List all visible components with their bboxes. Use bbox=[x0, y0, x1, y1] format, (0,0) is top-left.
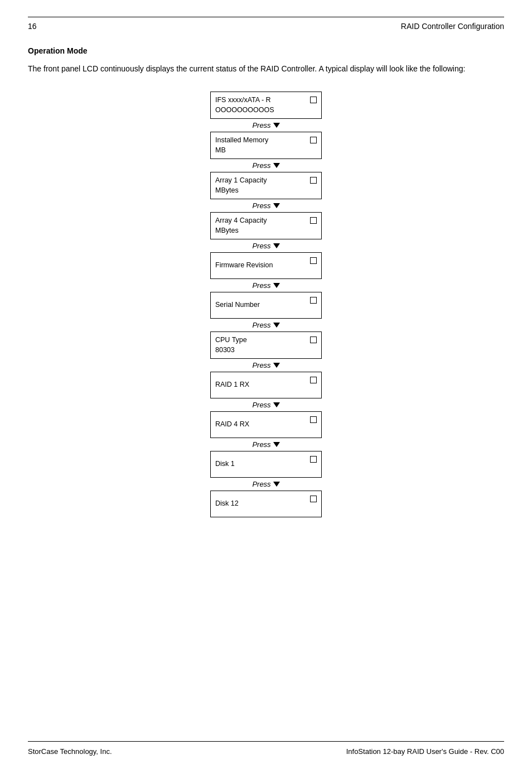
lcd-checkbox-disk1 bbox=[310, 456, 317, 463]
lcd-text-disk12: Disk 12 bbox=[215, 499, 307, 509]
press-row-8: Press bbox=[252, 401, 279, 409]
lcd-checkbox-firmware bbox=[310, 257, 317, 264]
lcd-text-cpu: CPU Type80303 bbox=[215, 335, 307, 355]
press-row-9: Press bbox=[252, 440, 279, 449]
press-label-4: Press bbox=[252, 242, 270, 250]
down-arrow-4 bbox=[273, 243, 280, 248]
lcd-box-disk12: Disk 12 bbox=[210, 491, 322, 517]
press-label-10: Press bbox=[252, 480, 270, 488]
down-arrow-2 bbox=[273, 163, 280, 168]
lcd-box-disk1: Disk 1 bbox=[210, 451, 322, 478]
lcd-text-raid4: RAID 4 RX bbox=[215, 420, 307, 430]
lcd-box-array4: Array 4 CapacityMBytes bbox=[210, 212, 322, 239]
press-row-4: Press bbox=[252, 242, 279, 250]
lcd-box-cpu: CPU Type80303 bbox=[210, 331, 322, 359]
lcd-checkbox-disk12 bbox=[310, 496, 317, 502]
down-arrow-8 bbox=[273, 402, 280, 407]
footer-right: InfoStation 12-bay RAID User's Guide - R… bbox=[346, 747, 504, 756]
lcd-text-serial: Serial Number bbox=[215, 300, 307, 310]
lcd-text-disk1: Disk 1 bbox=[215, 459, 307, 469]
lcd-text-firmware: Firmware Revision bbox=[215, 261, 307, 271]
press-label-1: Press bbox=[252, 121, 270, 129]
press-row-6: Press bbox=[252, 321, 279, 329]
top-rule bbox=[28, 17, 504, 17]
down-arrow-9 bbox=[273, 442, 280, 447]
diagram-container: IFS xxxx/xATA - ROOOOOOOOOOS Press Insta… bbox=[28, 92, 504, 517]
lcd-checkbox-raid1 bbox=[310, 377, 317, 383]
down-arrow-6 bbox=[273, 323, 280, 328]
lcd-text-raid1: RAID 1 RX bbox=[215, 380, 307, 390]
lcd-box-array1: Array 1 CapacityMBytes bbox=[210, 172, 322, 199]
lcd-text-ifs: IFS xxxx/xATA - ROOOOOOOOOOS bbox=[215, 95, 307, 115]
header-row: 16 RAID Controller Configuration bbox=[28, 22, 504, 31]
press-label-8: Press bbox=[252, 401, 270, 409]
lcd-box-ifs: IFS xxxx/xATA - ROOOOOOOOOOS bbox=[210, 92, 322, 119]
press-row-2: Press bbox=[252, 161, 279, 170]
bottom-rule bbox=[28, 741, 504, 742]
press-label-3: Press bbox=[252, 201, 270, 210]
section-title: Operation Mode bbox=[28, 46, 504, 55]
press-row-5: Press bbox=[252, 281, 279, 290]
down-arrow-7 bbox=[273, 363, 280, 368]
down-arrow-1 bbox=[273, 123, 280, 128]
footer-row: StorCase Technology, Inc. InfoStation 12… bbox=[28, 747, 504, 756]
intro-text: The front panel LCD continuously display… bbox=[28, 63, 504, 75]
lcd-checkbox-array1 bbox=[310, 177, 317, 184]
lcd-box-serial: Serial Number bbox=[210, 292, 322, 319]
footer-left: StorCase Technology, Inc. bbox=[28, 747, 112, 756]
press-label-9: Press bbox=[252, 440, 270, 449]
press-row-1: Press bbox=[252, 121, 279, 129]
press-label-2: Press bbox=[252, 161, 270, 170]
lcd-checkbox-serial bbox=[310, 297, 317, 304]
lcd-checkbox-ifs bbox=[310, 97, 317, 103]
press-label-7: Press bbox=[252, 361, 270, 369]
press-row-10: Press bbox=[252, 480, 279, 488]
lcd-checkbox-memory bbox=[310, 137, 317, 143]
lcd-text-array4: Array 4 CapacityMBytes bbox=[215, 216, 307, 236]
down-arrow-3 bbox=[273, 203, 280, 208]
press-row-3: Press bbox=[252, 201, 279, 210]
lcd-checkbox-raid4 bbox=[310, 416, 317, 423]
press-label-5: Press bbox=[252, 281, 270, 290]
lcd-checkbox-array4 bbox=[310, 217, 317, 224]
lcd-box-firmware: Firmware Revision bbox=[210, 252, 322, 279]
lcd-text-array1: Array 1 CapacityMBytes bbox=[215, 176, 307, 195]
lcd-text-memory: Installed MemoryMB bbox=[215, 136, 307, 155]
press-row-7: Press bbox=[252, 361, 279, 369]
page-number: 16 bbox=[28, 22, 37, 31]
lcd-box-memory: Installed MemoryMB bbox=[210, 132, 322, 159]
lcd-checkbox-cpu bbox=[310, 337, 317, 343]
press-label-6: Press bbox=[252, 321, 270, 329]
lcd-box-raid1: RAID 1 RX bbox=[210, 372, 322, 398]
down-arrow-10 bbox=[273, 482, 280, 487]
page-container: 16 RAID Controller Configuration Operati… bbox=[0, 0, 532, 764]
down-arrow-5 bbox=[273, 283, 280, 288]
lcd-box-raid4: RAID 4 RX bbox=[210, 411, 322, 438]
header-title: RAID Controller Configuration bbox=[401, 22, 504, 31]
